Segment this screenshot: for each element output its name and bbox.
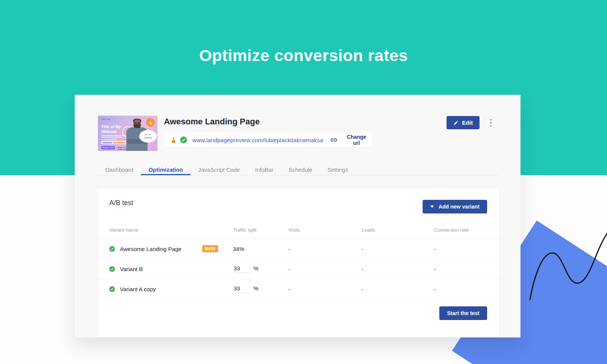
verified-icon <box>180 136 187 143</box>
status-ok-icon <box>109 266 115 272</box>
thumb-logo: Your Logo <box>101 118 111 120</box>
column-header: Conversion rate <box>434 227 487 233</box>
change-url-button[interactable]: Change url <box>347 134 366 146</box>
ab-test-panel: A/B test Add new variant Variant nameTra… <box>98 188 499 337</box>
percent-suffix: % <box>253 285 258 292</box>
add-new-variant-button[interactable]: Add new variant <box>423 200 487 213</box>
column-header: Visits <box>288 227 362 233</box>
ab-test-heading: A/B test <box>109 199 133 207</box>
flask-icon <box>170 136 177 144</box>
tab-dashboard[interactable]: Dashboard <box>98 165 141 175</box>
variant-name-cell: Awesome Landing Page MAIN <box>109 246 233 252</box>
table-body: Awesome Landing Page MAIN 34% - - - Vari… <box>98 239 499 299</box>
conversion-rate-cell: - <box>434 246 487 252</box>
hero-title: Optimize conversion rates <box>0 46 607 65</box>
variant-name: Variant A copy <box>120 286 156 292</box>
traffic-split-input[interactable] <box>233 285 250 293</box>
tab-javascript-code[interactable]: JavaScript Code <box>190 165 247 175</box>
speech-bubble: Hi, I'mAntonio! <box>139 130 157 143</box>
landing-page-card: Your Logo Title of My Webinar Register N… <box>75 95 521 337</box>
leads-cell: - <box>362 266 434 272</box>
column-header: Traffic split <box>233 227 288 233</box>
tab-settings[interactable]: Settings <box>320 165 355 175</box>
thumb-bullet <box>102 139 103 140</box>
tab-infobar[interactable]: InfoBar <box>247 165 281 175</box>
thumb-text-line <box>101 137 123 138</box>
leads-cell: - <box>362 286 434 292</box>
status-ok-icon <box>109 286 115 292</box>
traffic-split-cell: % <box>233 265 288 273</box>
percent-suffix: % <box>253 265 258 271</box>
page-title: Awesome Landing Page <box>164 117 260 127</box>
conversion-rate-cell: - <box>434 266 487 272</box>
visits-cell: - <box>288 286 362 292</box>
start-test-button[interactable]: Start the test <box>439 306 487 320</box>
variant-name-cell: Variant B <box>109 266 233 272</box>
visits-cell: - <box>288 246 362 252</box>
edit-button[interactable]: Edit <box>447 116 480 129</box>
decorative-wave-line <box>525 207 607 305</box>
tab-optimization[interactable]: Optimization <box>141 165 190 175</box>
traffic-split-cell: 34% <box>233 246 288 252</box>
thumb-text-line <box>104 139 117 140</box>
pencil-icon <box>453 120 459 126</box>
table-row: Variant B % - - - <box>98 259 499 279</box>
table-row: Variant A copy % - - - <box>98 279 499 299</box>
conversion-rate-cell: - <box>434 286 487 292</box>
variant-name: Variant B <box>120 266 143 272</box>
thumb-pill-segment <box>102 142 112 143</box>
thumb-text-line <box>101 135 126 136</box>
thumb-register-button: Register Now <box>101 146 115 149</box>
leads-cell: - <box>362 246 434 252</box>
table-header-row: Variant nameTraffic splitVisitsLeadsConv… <box>98 221 499 239</box>
chevron-down-icon <box>430 206 434 208</box>
column-header: Leads <box>362 227 434 233</box>
traffic-split-cell: % <box>233 285 288 293</box>
more-options-button[interactable] <box>487 119 494 127</box>
url-bar: www.landpagepreview.com/lubieplackitakna… <box>164 133 372 147</box>
thumb-pill-segment <box>113 142 126 143</box>
traffic-split-input[interactable] <box>233 265 250 273</box>
column-header: Variant name <box>109 227 233 233</box>
copy-link-icon[interactable] <box>330 136 338 144</box>
main-badge: MAIN <box>202 245 218 253</box>
table-row: Awesome Landing Page MAIN 34% - - - <box>98 239 499 259</box>
tab-bar: DashboardOptimizationJavaScript CodeInfo… <box>98 165 499 176</box>
visits-cell: - <box>288 266 362 272</box>
page-url-link[interactable]: www.landpagepreview.com/lubieplackitakna… <box>192 137 323 143</box>
variant-name-cell: Variant A copy <box>109 286 233 292</box>
variant-name: Awesome Landing Page <box>120 246 181 252</box>
status-ok-icon <box>109 246 115 252</box>
tab-schedule[interactable]: Schedule <box>281 165 320 175</box>
landing-page-thumbnail[interactable]: Your Logo Title of My Webinar Register N… <box>98 116 157 151</box>
